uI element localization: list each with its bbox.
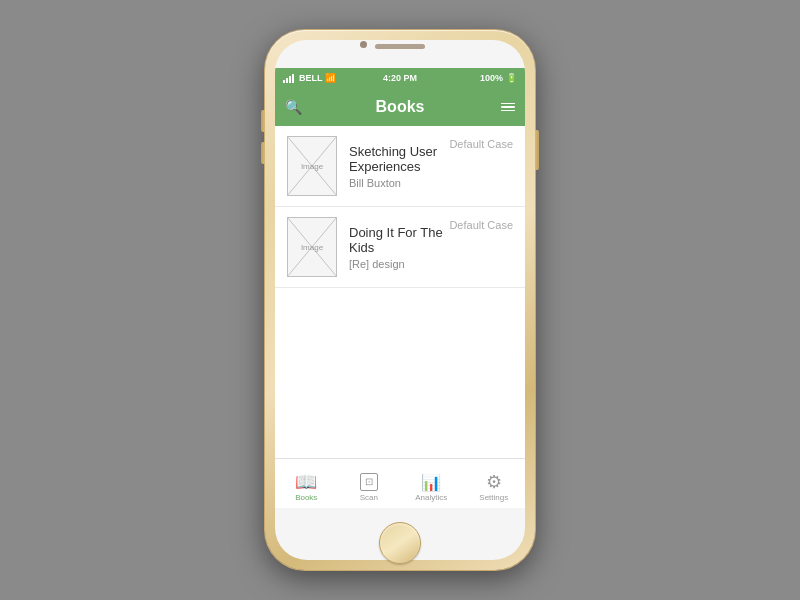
battery-label: 100% [480, 73, 503, 83]
image-label-2: Image [301, 243, 323, 252]
signal-bars [283, 73, 294, 83]
books-tab-label: Books [295, 493, 317, 502]
settings-tab-label: Settings [479, 493, 508, 502]
app-screen: BELL 📶 4:20 PM 100% 🔋 🔍 Books [275, 68, 525, 508]
battery-icon: 🔋 [506, 73, 517, 83]
book-info-2: Doing It For The Kids [Re] design [349, 225, 449, 270]
navigation-bar: 🔍 Books [275, 88, 525, 126]
bar2 [286, 78, 288, 83]
book-title-2: Doing It For The Kids [349, 225, 449, 255]
phone-device: BELL 📶 4:20 PM 100% 🔋 🔍 Books [265, 30, 535, 570]
book-case-1: Default Case [449, 138, 513, 150]
settings-tab-icon: ⚙ [486, 473, 502, 491]
tab-settings[interactable]: ⚙ Settings [463, 473, 526, 502]
tab-scan[interactable]: ⊡ Scan [338, 473, 401, 502]
front-camera [360, 41, 367, 48]
tab-bar: 📖 Books ⊡ Scan 📊 Analytics ⚙ Settings [275, 458, 525, 508]
book-list: Image Sketching User Experiences Bill Bu… [275, 126, 525, 458]
book-cover-image-2: Image [287, 217, 337, 277]
bar3 [289, 76, 291, 83]
phone-screen: BELL 📶 4:20 PM 100% 🔋 🔍 Books [275, 40, 525, 560]
menu-line-3 [501, 110, 515, 112]
home-button[interactable] [379, 522, 421, 564]
list-item[interactable]: Image Doing It For The Kids [Re] design … [275, 207, 525, 288]
tab-analytics[interactable]: 📊 Analytics [400, 475, 463, 502]
book-title-1: Sketching User Experiences [349, 144, 449, 174]
time-display: 4:20 PM [383, 73, 417, 83]
volume-up-button[interactable] [261, 110, 265, 132]
book-subtitle-2: [Re] design [349, 258, 449, 270]
book-cover-image-1: Image [287, 136, 337, 196]
bar4 [292, 74, 294, 83]
volume-down-button[interactable] [261, 142, 265, 164]
wifi-icon: 📶 [325, 73, 336, 83]
carrier-label: BELL [299, 73, 323, 83]
battery-area: 100% 🔋 [480, 73, 517, 83]
status-bar: BELL 📶 4:20 PM 100% 🔋 [275, 68, 525, 88]
book-case-2: Default Case [449, 219, 513, 231]
scan-tab-icon: ⊡ [360, 473, 378, 491]
tab-books[interactable]: 📖 Books [275, 473, 338, 502]
books-tab-icon: 📖 [295, 473, 317, 491]
menu-line-2 [501, 106, 515, 108]
book-subtitle-1: Bill Buxton [349, 177, 449, 189]
analytics-tab-icon: 📊 [421, 475, 441, 491]
analytics-tab-label: Analytics [415, 493, 447, 502]
search-icon[interactable]: 🔍 [285, 99, 302, 115]
image-label-1: Image [301, 162, 323, 171]
power-button[interactable] [535, 130, 539, 170]
speaker-slot [375, 44, 425, 49]
scan-tab-label: Scan [360, 493, 378, 502]
menu-line-1 [501, 103, 515, 105]
menu-button[interactable] [501, 103, 515, 112]
bar1 [283, 80, 285, 83]
status-left: BELL 📶 [283, 73, 336, 83]
book-info-1: Sketching User Experiences Bill Buxton [349, 144, 449, 189]
nav-title: Books [376, 98, 425, 116]
list-item[interactable]: Image Sketching User Experiences Bill Bu… [275, 126, 525, 207]
